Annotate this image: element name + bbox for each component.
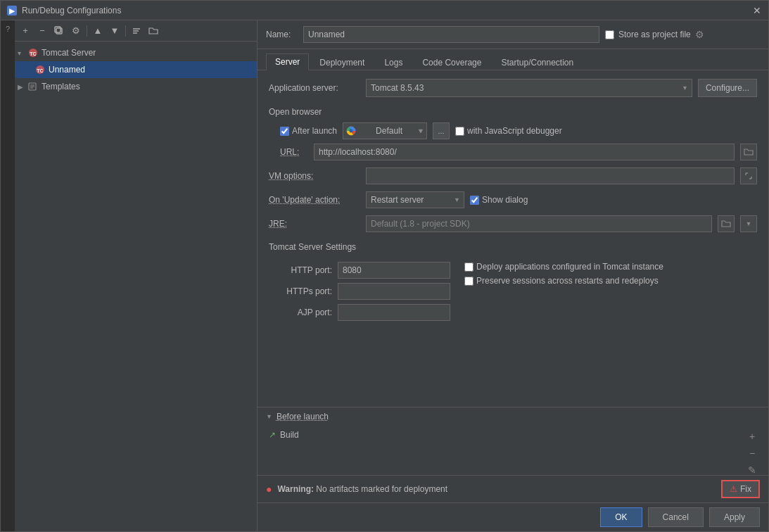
name-row: Name: Store as project file ⚙ [258,20,768,49]
tab-code-coverage[interactable]: Code Coverage [413,54,490,70]
tab-logs[interactable]: Logs [375,54,412,70]
move-up-btn[interactable]: ▲ [90,23,106,39]
after-launch-label: After launch [292,126,337,136]
vm-options-input[interactable] [366,167,735,184]
after-launch-checkbox-label[interactable]: After launch [280,126,337,136]
main-content: ? + − ⚙ ▲ ▼ [1,20,768,531]
toolbar-separator-2 [125,25,126,37]
vm-expand-btn[interactable] [740,167,757,184]
browser-select-wrapper: Default ▼ [343,122,427,139]
http-port-input[interactable] [338,262,450,279]
deploy-apps-label[interactable]: Deploy applications configured in Tomcat… [464,262,663,272]
settings-btn[interactable]: ⚙ [68,23,84,39]
url-input[interactable] [314,144,735,160]
update-action-row: On 'Update' action: Restart server Show … [269,191,757,208]
show-dialog-checkbox-label[interactable]: Show dialog [470,195,528,205]
tab-server[interactable]: Server [266,53,309,70]
show-dialog-checkbox[interactable] [470,196,479,205]
ports-deploy-row: HTTP port: HTTPs port: AJP port: [269,262,757,321]
store-project-row: Store as project file ⚙ [605,29,760,40]
dialog-icon: ▶ [6,5,18,16]
unnamed-run-icon: TC [34,64,46,75]
browser-ellipsis-button[interactable]: ... [433,122,450,139]
url-label: URL: [280,147,308,157]
store-project-checkbox[interactable] [605,30,614,39]
open-browser-title: Open browser [269,107,757,117]
preserve-sessions-checkbox[interactable] [464,277,474,286]
before-launch-header[interactable]: ▼ Before launch [258,407,768,426]
tree-group-templates[interactable]: ▶ Templates [15,78,257,95]
title-bar: ▶ Run/Debug Configurations ✕ [1,1,768,20]
tomcat-server-label: Tomcat Server [42,48,96,58]
remove-configuration-btn[interactable]: − [34,23,50,39]
sort-btn[interactable] [129,23,144,39]
tree-item-unnamed[interactable]: TC Unnamed [15,61,257,78]
apply-button[interactable]: Apply [709,507,760,527]
before-launch-edit-btn[interactable]: ✎ [744,462,760,478]
preserve-sessions-label[interactable]: Preserve sessions across restarts and re… [464,276,663,286]
before-launch-arrow-icon: ▼ [266,413,272,420]
ok-button[interactable]: OK [600,507,642,527]
move-down-btn[interactable]: ▼ [107,23,122,39]
warning-text: Warning: No artifacts marked for deploym… [277,484,716,494]
left-strip: ? [1,20,15,531]
cancel-button[interactable]: Cancel [648,507,704,527]
update-action-select[interactable]: Restart server [366,191,464,208]
svg-rect-2 [56,28,62,34]
tree-group-tomcat-server[interactable]: ▾ TC Tomcat Server [15,44,257,61]
svg-text:TC: TC [30,51,36,56]
jre-input[interactable] [366,215,712,232]
add-configuration-btn[interactable]: + [18,23,33,39]
folder-btn[interactable] [146,23,161,39]
http-port-label: HTTP port: [269,265,332,275]
app-server-select[interactable]: Tomcat 8.5.43 [366,79,692,97]
warning-bar: ● Warning: No artifacts marked for deplo… [258,475,768,502]
expand-arrow-templates: ▶ [18,83,26,91]
js-debugger-checkbox[interactable] [455,127,464,136]
app-server-select-wrapper: Tomcat 8.5.43 [366,79,692,97]
browser-row: After launch [269,122,757,139]
app-server-row: Application server: Tomcat 8.5.43 Config… [269,79,757,97]
tab-startup-connection[interactable]: Startup/Connection [492,54,583,70]
warning-text-detail: No artifacts marked for deployment [314,484,447,494]
deploy-apps-checkbox[interactable] [464,262,474,272]
tomcat-settings-section: Tomcat Server Settings HTTP port: HTTPs [269,239,757,321]
open-browser-section: Open browser After launch [269,104,757,160]
expand-arrow-tomcat: ▾ [18,49,26,57]
before-launch-side-buttons: + − ✎ [744,429,760,478]
store-project-label: Store as project file [618,30,691,39]
browser-select[interactable]: Default [359,122,414,139]
jre-row: JRE: ▼ [269,215,757,232]
dialog-title: Run/Debug Configurations [22,6,751,15]
close-button[interactable]: ✕ [751,5,763,16]
templates-label: Templates [42,82,80,91]
deploy-apps-text: Deploy applications configured in Tomcat… [476,262,663,272]
configure-button[interactable]: Configure... [698,79,757,97]
jre-folder-btn[interactable] [718,215,735,232]
after-launch-checkbox[interactable] [280,127,289,136]
js-debugger-label[interactable]: with JavaScript debugger [455,126,562,136]
ajp-port-row: AJP port: [269,304,450,321]
jre-dropdown-btn[interactable]: ▼ [740,215,757,232]
svg-point-16 [350,129,353,133]
fix-label: Fix [740,484,751,494]
unnamed-label: Unnamed [49,65,85,75]
tabs-bar: Server Deployment Logs Code Coverage Sta… [258,49,768,70]
right-panel: Name: Store as project file ⚙ Server Dep… [258,20,768,531]
deploy-column: Deploy applications configured in Tomcat… [464,262,663,286]
name-input[interactable] [303,26,599,43]
tab-deployment[interactable]: Deployment [310,54,374,70]
ajp-port-input[interactable] [338,304,450,321]
svg-text:TC: TC [37,68,43,73]
url-folder-icon-btn[interactable] [740,144,757,160]
run-debug-configurations-dialog: ▶ Run/Debug Configurations ✕ ? + − ⚙ [0,0,769,532]
before-launch-add-btn[interactable]: + [744,429,760,444]
left-strip-icon-1[interactable]: ? [2,23,13,34]
before-launch-remove-btn[interactable]: − [744,445,760,461]
fix-button[interactable]: ⚠ Fix [721,480,760,498]
app-server-label: Application server: [269,83,360,93]
copy-configuration-btn[interactable] [51,23,67,39]
store-project-gear-icon[interactable]: ⚙ [695,29,706,40]
ajp-port-label: AJP port: [269,308,332,317]
https-port-input[interactable] [338,283,450,300]
